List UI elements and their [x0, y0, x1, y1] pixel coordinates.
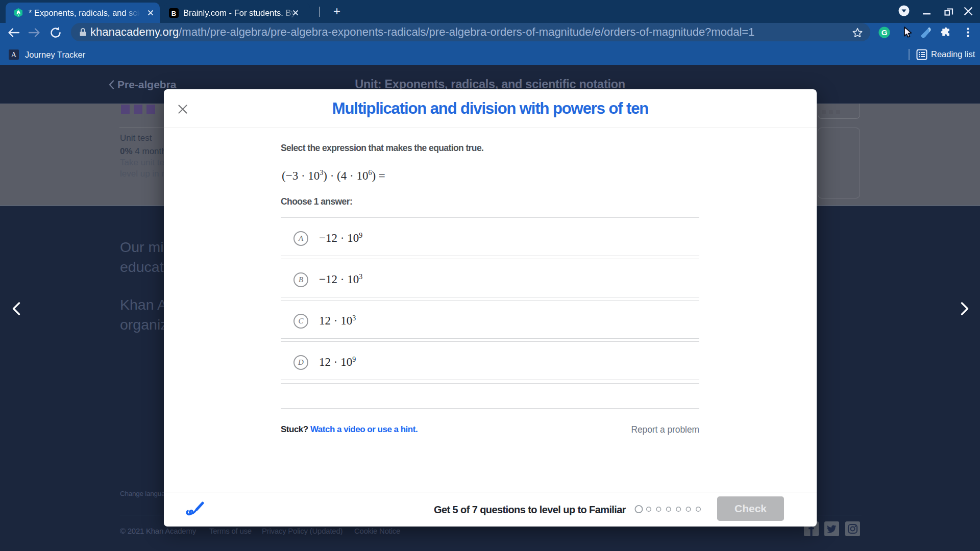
svg-text:A: A	[11, 51, 17, 59]
svg-text:G: G	[881, 28, 888, 37]
svg-text:B: B	[172, 10, 176, 17]
